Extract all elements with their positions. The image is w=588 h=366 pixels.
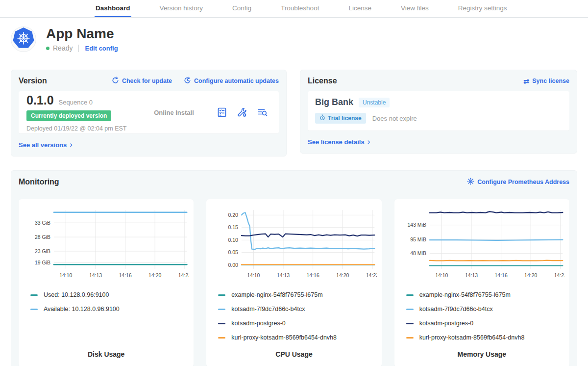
status-text: Ready: [53, 44, 73, 52]
svg-text:14:20: 14:20: [524, 273, 537, 278]
tab-registry-settings[interactable]: Registry settings: [457, 0, 508, 17]
deploy-logs-icon[interactable]: [256, 106, 268, 118]
version-card: Version Check for update: [11, 70, 287, 157]
cpu-usage-chart: 14:1014:1314:1614:2014:230.200.150.100.0…: [211, 206, 376, 284]
legend-color-swatch: [218, 309, 225, 310]
disk-usage-legend: Used: 10.128.0.96:9100 Available: 10.128…: [24, 291, 189, 313]
svg-text:19 GiB: 19 GiB: [35, 260, 50, 265]
cpu-usage-card: 14:1014:1314:1614:2014:230.200.150.100.0…: [206, 199, 381, 366]
disk-usage-card: 14:1014:1314:1614:2014:2333 GiB28 GiB23 …: [19, 199, 194, 366]
chart-title: Memory Usage: [399, 350, 564, 361]
sync-arrows-icon: ⇄: [523, 78, 530, 85]
svg-text:14:23: 14:23: [554, 273, 564, 278]
svg-text:14:20: 14:20: [336, 273, 349, 278]
sequence-label: Sequence 0: [59, 99, 93, 106]
legend-item: kotsadm-postgres-0: [218, 320, 376, 327]
legend-color-swatch: [406, 309, 414, 310]
svg-text:14:16: 14:16: [307, 273, 319, 278]
legend-item: Available: 10.128.0.96:9100: [30, 306, 189, 313]
install-type-label: Online Install: [132, 109, 216, 116]
svg-text:14:16: 14:16: [119, 273, 132, 278]
configure-prometheus-link[interactable]: Configure Prometheus Address: [467, 178, 569, 186]
tab-troubleshoot[interactable]: Troubleshoot: [280, 0, 320, 17]
kubernetes-icon: [12, 26, 35, 52]
svg-text:23 GiB: 23 GiB: [35, 249, 50, 254]
svg-text:14:13: 14:13: [277, 273, 290, 278]
edit-config-wrench-icon[interactable]: [236, 106, 248, 118]
svg-text:0.00: 0.00: [228, 262, 239, 268]
legend-color-swatch: [218, 337, 225, 339]
preflight-checks-icon[interactable]: [216, 106, 228, 118]
svg-text:0.20: 0.20: [228, 212, 239, 218]
configure-automatic-updates-link[interactable]: Configure automatic updates: [184, 77, 279, 85]
legend-color-swatch: [406, 294, 414, 296]
see-license-details-link[interactable]: See license details ›: [308, 138, 370, 146]
memory-usage-chart: 14:1014:1314:1614:2014:23143 MiB95 MiB48…: [399, 206, 564, 284]
gear-icon: [467, 178, 474, 186]
tab-view-files[interactable]: View files: [400, 0, 430, 17]
svg-text:14:13: 14:13: [465, 273, 478, 278]
expiry-text: Does not expire: [372, 115, 417, 122]
monitoring-title: Monitoring: [19, 178, 59, 186]
version-card-title: Version: [19, 77, 47, 85]
svg-text:95 MiB: 95 MiB: [410, 237, 426, 242]
legend-item: kotsadm-postgres-0: [406, 320, 564, 327]
version-number: 0.1.0: [26, 93, 54, 107]
cpu-usage-legend: example-nginx-54f8f76755-l675m kotsadm-7…: [211, 291, 376, 341]
svg-text:0.05: 0.05: [228, 250, 239, 256]
license-card: License ⇄ Sync license Big Bank Unstable: [300, 70, 577, 154]
disk-usage-chart: 14:1014:1314:1614:2014:2333 GiB28 GiB23 …: [24, 206, 189, 284]
chart-title: Disk Usage: [24, 350, 189, 361]
legend-color-swatch: [30, 294, 38, 296]
memory-usage-card: 14:1014:1314:1614:2014:23143 MiB95 MiB48…: [394, 199, 569, 366]
tab-license[interactable]: License: [347, 0, 372, 17]
chart-title: CPU Usage: [211, 350, 376, 361]
legend-item: kotsadm-7f9dc7d66c-b4tcx: [218, 306, 376, 313]
see-all-versions-link[interactable]: See all versions ›: [19, 141, 73, 149]
trial-license-badge: Trial license: [315, 113, 366, 124]
top-nav: Dashboard Version history Config Trouble…: [0, 0, 588, 18]
legend-color-swatch: [218, 294, 225, 296]
check-for-update-link[interactable]: Check for update: [112, 77, 172, 85]
tab-config[interactable]: Config: [231, 0, 252, 17]
clock-rotate-icon: [184, 77, 191, 85]
app-header: App Name Ready Edit config: [0, 18, 588, 52]
tab-version-history[interactable]: Version history: [159, 0, 204, 17]
sync-license-link[interactable]: ⇄ Sync license: [523, 78, 569, 85]
license-card-title: License: [308, 77, 337, 85]
svg-text:14:16: 14:16: [494, 273, 507, 278]
svg-text:14:23: 14:23: [366, 273, 377, 278]
status-dot: [46, 47, 49, 50]
svg-text:143 MiB: 143 MiB: [407, 223, 426, 228]
legend-item: kurl-proxy-kotsadm-8569fb6454-dnvh8: [406, 334, 564, 341]
tab-dashboard[interactable]: Dashboard: [95, 0, 131, 17]
customer-name: Big Bank: [315, 97, 353, 107]
svg-text:0.15: 0.15: [228, 225, 239, 231]
legend-item: kotsadm-7f9dc7d66c-b4tcx: [406, 306, 564, 313]
legend-item: example-nginx-54f8f76755-l675m: [218, 291, 376, 298]
svg-text:14:10: 14:10: [59, 273, 72, 278]
legend-color-swatch: [30, 309, 38, 310]
stopwatch-icon: [319, 114, 325, 122]
svg-text:14:13: 14:13: [89, 273, 102, 278]
svg-text:14:23: 14:23: [178, 273, 189, 278]
svg-text:28 GiB: 28 GiB: [35, 235, 50, 240]
monitoring-section: Monitoring Configure Prometheus Address …: [11, 170, 577, 366]
svg-text:48 MiB: 48 MiB: [410, 251, 426, 257]
svg-text:14:10: 14:10: [435, 273, 448, 278]
deployed-timestamp: Deployed 01/19/22 @ 02:04 pm EST: [26, 125, 132, 132]
legend-item: Used: 10.128.0.96:9100: [30, 291, 189, 298]
divider: [78, 45, 79, 52]
edit-config-link[interactable]: Edit config: [85, 45, 118, 52]
chevron-right-icon: ›: [70, 140, 73, 149]
page-title: App Name: [46, 26, 118, 41]
legend-item: example-nginx-54f8f76755-l675m: [406, 291, 564, 298]
legend-item: kurl-proxy-kotsadm-8569fb6454-dnvh8: [218, 334, 376, 341]
svg-text:14:20: 14:20: [148, 273, 161, 278]
memory-usage-legend: example-nginx-54f8f76755-l675m kotsadm-7…: [399, 291, 564, 341]
deployed-badge: Currently deployed version: [26, 110, 111, 121]
legend-color-swatch: [406, 323, 414, 324]
legend-color-swatch: [218, 323, 225, 324]
svg-text:33 GiB: 33 GiB: [35, 220, 50, 226]
svg-text:14:10: 14:10: [247, 273, 260, 278]
